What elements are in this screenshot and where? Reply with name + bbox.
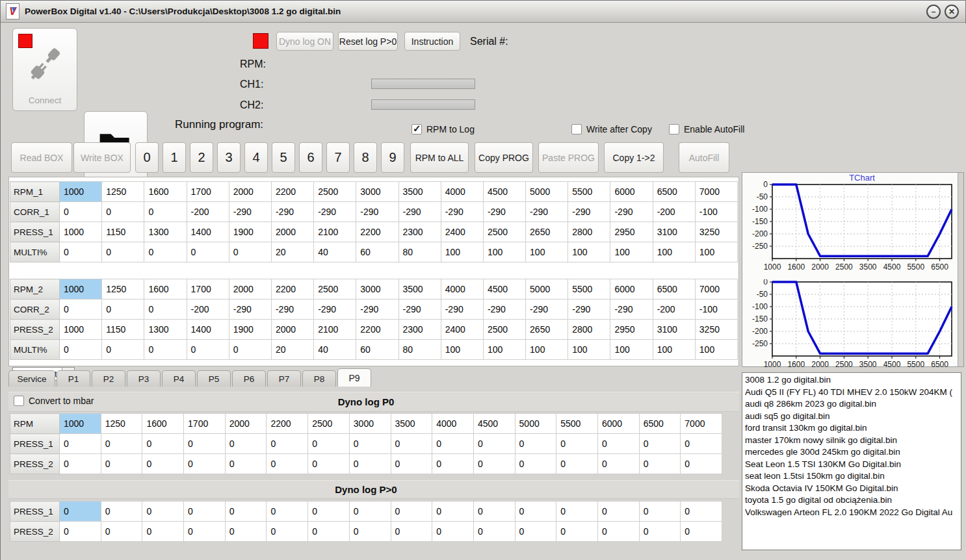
cell-multi%-10[interactable]: 100	[483, 340, 525, 360]
cell-corr_1-8[interactable]: -290	[398, 202, 441, 222]
cell-press_2-1[interactable]: 0	[101, 522, 142, 542]
cell-rpm_2-8[interactable]: 3500	[398, 279, 441, 299]
cell-multi%-8[interactable]: 80	[398, 340, 441, 360]
cell-rpm-10[interactable]: 4500	[473, 414, 515, 434]
cell-press_1-8[interactable]: 2300	[398, 222, 441, 242]
cell-multi%-9[interactable]: 100	[441, 242, 483, 262]
cell-rpm_1-6[interactable]: 2500	[314, 182, 356, 202]
cell-corr_1-15[interactable]: -100	[695, 202, 737, 222]
cell-multi%-13[interactable]: 100	[610, 242, 653, 262]
cell-press_1-0[interactable]: 0	[60, 434, 101, 454]
cell-rpm_1-4[interactable]: 2000	[229, 182, 271, 202]
cell-corr_2-0[interactable]: 0	[60, 299, 102, 320]
digit-1-button[interactable]: 1	[163, 142, 186, 173]
cell-press_2-8[interactable]: 0	[391, 522, 432, 542]
cell-rpm_2-13[interactable]: 6000	[610, 279, 653, 299]
cell-rpm_1-2[interactable]: 1600	[144, 182, 187, 202]
cell-press_2-2[interactable]: 1300	[144, 320, 187, 340]
cell-press_1-3[interactable]: 1400	[187, 222, 229, 242]
cell-corr_1-11[interactable]: -290	[526, 202, 568, 222]
minimize-button[interactable]: –	[926, 5, 941, 19]
cell-press_2-4[interactable]: 0	[225, 454, 267, 474]
cell-press_1-1[interactable]: 0	[101, 434, 142, 454]
cell-rpm-7[interactable]: 3000	[349, 414, 391, 434]
cell-press_1-9[interactable]: 2400	[441, 222, 483, 242]
cell-multi%-4[interactable]: 0	[229, 340, 271, 360]
cell-rpm-5[interactable]: 2200	[267, 414, 308, 434]
cell-rpm_2-5[interactable]: 2200	[271, 279, 313, 299]
cell-press_1-11[interactable]: 2650	[526, 222, 568, 242]
cell-corr_2-7[interactable]: -290	[356, 299, 398, 320]
copy-1-2-button[interactable]: Copy 1->2	[604, 142, 664, 173]
cell-multi%-12[interactable]: 100	[568, 340, 610, 360]
cell-corr_1-3[interactable]: -200	[187, 202, 229, 222]
cell-multi%-0[interactable]: 0	[60, 242, 102, 262]
cell-multi%-1[interactable]: 0	[102, 340, 144, 360]
cell-press_1-4[interactable]: 1900	[229, 222, 271, 242]
cell-multi%-2[interactable]: 0	[144, 340, 187, 360]
tab-p2[interactable]: P2	[92, 370, 125, 387]
cell-press_1-5[interactable]: 0	[267, 502, 308, 522]
digit-8-button[interactable]: 8	[354, 142, 377, 173]
cell-multi%-6[interactable]: 40	[314, 242, 356, 262]
cell-corr_1-6[interactable]: -290	[314, 202, 356, 222]
cell-rpm-3[interactable]: 1700	[184, 414, 226, 434]
connect-button[interactable]: Connect	[12, 28, 77, 111]
cell-press_1-13[interactable]: 2950	[610, 222, 653, 242]
cell-rpm-8[interactable]: 3500	[391, 414, 432, 434]
cell-corr_1-14[interactable]: -200	[653, 202, 695, 222]
cell-rpm_2-7[interactable]: 3000	[356, 279, 398, 299]
cell-rpm_2-10[interactable]: 4500	[483, 279, 525, 299]
tab-p4[interactable]: P4	[162, 370, 196, 387]
cell-multi%-9[interactable]: 100	[441, 340, 483, 360]
cell-rpm_1-10[interactable]: 4500	[483, 182, 525, 202]
cell-press_2-1[interactable]: 0	[101, 454, 142, 474]
write-after-copy-checkbox[interactable]: Write after Copy	[571, 124, 652, 134]
digit-7-button[interactable]: 7	[326, 142, 350, 173]
cell-corr_2-4[interactable]: -290	[229, 299, 271, 320]
cell-rpm_2-1[interactable]: 1250	[102, 279, 144, 299]
digit-2-button[interactable]: 2	[190, 142, 213, 173]
file-list-item[interactable]: toyota 1.5 go digital od obciążenia.bin	[745, 494, 961, 507]
file-list-item[interactable]: audi sq5 go digital.bin	[745, 411, 961, 423]
digit-6-button[interactable]: 6	[299, 142, 322, 173]
copy-prog-button[interactable]: Copy PROG	[475, 142, 533, 173]
cell-multi%-13[interactable]: 100	[610, 340, 653, 360]
cell-rpm_2-12[interactable]: 5500	[568, 279, 610, 299]
cell-rpm-12[interactable]: 5500	[556, 414, 598, 434]
cell-multi%-7[interactable]: 60	[356, 340, 398, 360]
tab-p3[interactable]: P3	[127, 370, 161, 387]
cell-press_1-15[interactable]: 3250	[695, 222, 737, 242]
cell-corr_2-6[interactable]: -290	[314, 299, 356, 320]
cell-multi%-15[interactable]: 100	[695, 340, 737, 360]
cell-press_2-14[interactable]: 0	[639, 522, 681, 542]
dyno-log-on-button[interactable]: Dyno log ON	[276, 32, 333, 51]
cell-multi%-4[interactable]: 0	[229, 242, 271, 262]
cell-rpm_2-14[interactable]: 6500	[653, 279, 695, 299]
cell-press_2-12[interactable]: 0	[556, 454, 598, 474]
file-list-item[interactable]: master 170km nowy silnik go digital.bin	[745, 435, 961, 447]
cell-press_2-15[interactable]: 0	[681, 454, 722, 474]
cell-rpm_1-5[interactable]: 2200	[271, 182, 313, 202]
cell-rpm_1-11[interactable]: 5000	[526, 182, 568, 202]
cell-press_2-12[interactable]: 0	[556, 522, 598, 542]
cell-rpm_1-9[interactable]: 4000	[441, 182, 483, 202]
cell-corr_1-4[interactable]: -290	[229, 202, 271, 222]
cell-multi%-5[interactable]: 20	[271, 242, 313, 262]
cell-press_2-6[interactable]: 0	[308, 454, 350, 474]
cell-press_1-7[interactable]: 0	[349, 434, 391, 454]
cell-rpm-11[interactable]: 5000	[515, 414, 556, 434]
cell-rpm_2-4[interactable]: 2000	[229, 279, 271, 299]
cell-rpm_1-15[interactable]: 7000	[695, 182, 737, 202]
cell-multi%-5[interactable]: 20	[271, 340, 313, 360]
cell-rpm_1-12[interactable]: 5500	[568, 182, 610, 202]
digit-0-button[interactable]: 0	[135, 142, 159, 173]
cell-press_2-2[interactable]: 0	[142, 522, 184, 542]
cell-multi%-15[interactable]: 100	[695, 242, 737, 262]
cell-press_2-14[interactable]: 0	[639, 454, 681, 474]
cell-rpm-4[interactable]: 2000	[225, 414, 267, 434]
instruction-button[interactable]: Instruction	[404, 32, 460, 51]
cell-press_1-8[interactable]: 0	[391, 434, 432, 454]
cell-corr_2-3[interactable]: -200	[187, 299, 229, 320]
cell-press_2-8[interactable]: 2300	[398, 320, 441, 340]
